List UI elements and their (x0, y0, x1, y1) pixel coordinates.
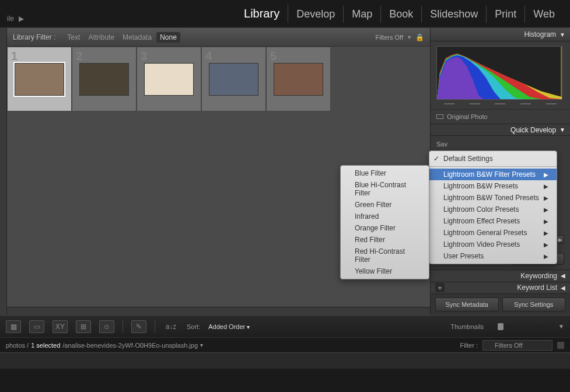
thumbnail[interactable]: 4 (201, 47, 266, 111)
compare-view-icon[interactable]: XY (53, 320, 68, 333)
filter-tab-text[interactable]: Text (64, 32, 83, 43)
toolbar-menu-icon[interactable]: ▼ (558, 323, 564, 330)
preset-menu-item[interactable]: Lightroom Effect Presets▶ (429, 215, 557, 227)
separator (155, 320, 155, 333)
keywording-header[interactable]: Keywording ◀ (431, 270, 570, 281)
preset-menu-item[interactable]: Lightroom B&W Filter Presets▶ (429, 169, 557, 180)
module-tab-web[interactable]: Web (525, 6, 563, 23)
preset-menu-item[interactable]: User Presets▶ (429, 250, 557, 262)
preset-menu-item[interactable]: Default Settings (429, 153, 557, 164)
submenu-arrow-icon: ▶ (544, 230, 548, 236)
separator (123, 320, 123, 333)
triangle-right-icon[interactable]: ▶ (19, 15, 24, 23)
filter-preset-dropdown-icon[interactable]: ▾ (408, 34, 411, 40)
thumbnail-image (209, 63, 258, 96)
thumbnails-label: Thumbnails (450, 323, 484, 330)
photos-count: photos / (6, 342, 29, 349)
module-tab-slideshow[interactable]: Slideshow (422, 6, 487, 23)
add-keyword-button[interactable]: + (435, 283, 445, 292)
identity-text: ile (7, 15, 14, 23)
filter-bar-label: Library Filter : (13, 33, 55, 41)
thumbnail[interactable]: 1 (7, 47, 72, 111)
loupe-view-icon[interactable]: ▭ (29, 320, 44, 333)
library-filter-bar: Library Filter : TextAttributeMetadataNo… (7, 28, 430, 47)
chevron-down-icon[interactable]: ▾ (200, 342, 203, 349)
sort-direction-icon[interactable]: a↓z (163, 320, 179, 333)
survey-view-icon[interactable]: ⊞ (76, 320, 91, 333)
preset-menu-item[interactable]: Lightroom General Presets▶ (429, 227, 557, 239)
slider-handle[interactable] (498, 323, 503, 330)
thumbnail-image (79, 63, 129, 96)
identity-plate-area: ile ▶ (7, 15, 24, 23)
histogram-header[interactable]: Histogram ▼ (431, 28, 570, 41)
keyword-list-header[interactable]: + Keyword List ◀ (431, 282, 570, 293)
thumbnail-image (15, 63, 64, 96)
module-tab-print[interactable]: Print (487, 6, 525, 23)
preset-submenu-item[interactable]: Blue Filter (341, 167, 429, 179)
thumbnail[interactable]: 5 (266, 47, 331, 111)
left-panel-collapsed[interactable] (0, 28, 7, 315)
thumbnail-size-slider[interactable] (492, 326, 544, 328)
module-tab-develop[interactable]: Develop (288, 6, 344, 23)
thumbnail[interactable]: 2 (72, 47, 137, 111)
preset-submenu-item[interactable]: Infrared (341, 211, 429, 222)
quick-develop-label: Quick Develop (510, 126, 556, 134)
menu-separator (429, 166, 557, 167)
sort-value-dropdown[interactable]: Added Order ▾ (208, 323, 250, 330)
module-tab-book[interactable]: Book (381, 6, 422, 23)
triangle-down-icon: ▼ (559, 32, 565, 38)
preset-submenu-item[interactable]: Orange Filter (341, 222, 429, 234)
preset-submenu-item[interactable]: Green Filter (341, 199, 429, 211)
quick-develop-header[interactable]: Quick Develop ▼ (431, 124, 570, 136)
filter-tab-attribute[interactable]: Attribute (85, 32, 118, 43)
thumbnail-image (144, 63, 194, 96)
thumbnail[interactable]: 3 (137, 47, 201, 111)
sync-row: Sync Metadata Sync Settings (431, 293, 570, 315)
preset-menu-item[interactable]: Lightroom B&W Toned Presets▶ (429, 192, 557, 204)
original-photo-row[interactable]: Original Photo (431, 109, 570, 124)
filter-switch-icon[interactable] (557, 342, 564, 349)
horizontal-scrollbar[interactable] (7, 307, 430, 315)
saved-preset-label: Sav (436, 141, 564, 148)
filmstrip-collapsed[interactable] (0, 352, 570, 369)
histogram-section (431, 41, 570, 109)
submenu-arrow-icon: ▶ (544, 183, 548, 190)
submenu-arrow-icon: ▶ (544, 206, 548, 213)
submenu-arrow-icon: ▶ (544, 172, 548, 178)
submenu-arrow-icon: ▶ (544, 242, 548, 248)
sync-settings-button[interactable]: Sync Settings (502, 298, 566, 312)
filter-tab-metadata[interactable]: Metadata (119, 32, 155, 43)
preset-menu-item[interactable]: Lightroom B&W Presets▶ (429, 180, 557, 192)
preset-menu-item[interactable]: Lightroom Video Presets▶ (429, 239, 557, 250)
people-view-icon[interactable]: ☺ (99, 320, 114, 333)
grid-view-icon[interactable]: ▦ (6, 320, 21, 333)
sync-metadata-button[interactable]: Sync Metadata (435, 298, 499, 312)
histogram-chart[interactable] (436, 46, 562, 100)
keywording-label: Keywording (520, 272, 557, 280)
submenu-arrow-icon: ▶ (544, 195, 548, 201)
preset-menu-item[interactable]: Lightroom Color Presets▶ (429, 204, 557, 215)
thumbnail-image (274, 63, 323, 96)
preset-submenu[interactable]: Blue FilterBlue Hi-Contrast FilterGreen … (340, 165, 429, 279)
filter-tabs: TextAttributeMetadataNone (64, 32, 180, 43)
thumbnail-index: 1 (11, 50, 18, 63)
thumbnail-index: 2 (76, 50, 82, 63)
triangle-left-icon: ◀ (561, 285, 565, 291)
preset-submenu-item[interactable]: Red Filter (341, 234, 429, 246)
filter-preset-dropdown[interactable]: Filters Off (482, 340, 552, 351)
thumbnail-index: 4 (205, 50, 212, 63)
preset-submenu-item[interactable]: Yellow Filter (341, 265, 429, 277)
lock-icon[interactable]: 🔒 (415, 33, 424, 41)
preset-menu[interactable]: Default SettingsLightroom B&W Filter Pre… (429, 150, 557, 264)
filmstrip-info-bar: photos / 1 selected /analise-benevides-2… (0, 337, 570, 352)
preset-submenu-item[interactable]: Red Hi-Contrast Filter (341, 246, 429, 265)
filter-tab-none[interactable]: None (156, 32, 180, 43)
preset-submenu-item[interactable]: Blue Hi-Contrast Filter (341, 179, 429, 199)
module-tabs: LibraryDevelopMapBookSlideshowPrintWeb (236, 5, 563, 23)
breadcrumb[interactable]: photos / 1 selected /analise-benevides-2… (6, 342, 203, 349)
thumbnail-index: 3 (141, 50, 147, 63)
filters-off-toggle[interactable]: Filters Off (376, 34, 403, 41)
painter-tool-icon[interactable]: ✎ (131, 320, 146, 333)
module-tab-library[interactable]: Library (236, 5, 288, 23)
module-tab-map[interactable]: Map (344, 6, 381, 23)
